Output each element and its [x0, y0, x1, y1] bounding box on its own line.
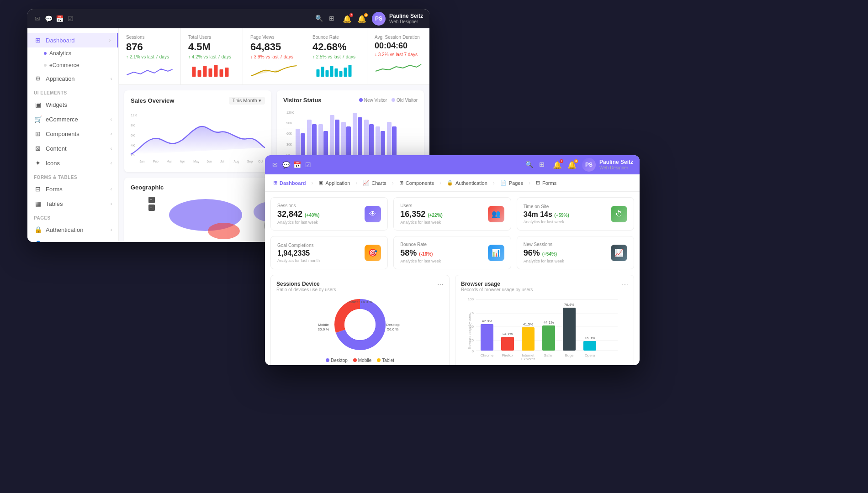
legend-old-visitor: Old Visitor	[392, 98, 418, 103]
notification-bell-1[interactable]: 🔔 7	[343, 15, 352, 23]
search-icon[interactable]: 🔍	[315, 15, 323, 23]
notif-badge-1: 7	[349, 13, 353, 17]
sidebar-item-user-profile[interactable]: 👤 User Profile	[27, 237, 118, 242]
chevron-icon-dashboard: ›	[109, 38, 111, 43]
sidebar-item-tables[interactable]: ▦ Tables ‹	[27, 196, 118, 211]
svg-rect-97	[522, 327, 535, 351]
stat-label-users-2: Users	[400, 203, 443, 208]
nav-pages-label: Pages	[509, 180, 523, 186]
sidebar-item-widgets[interactable]: ▣ Widgets	[27, 97, 118, 112]
chat-icon[interactable]: 💬	[45, 15, 52, 22]
sessions-device-menu[interactable]: ⋯	[437, 281, 444, 288]
calendar-icon[interactable]: 📅	[56, 15, 63, 22]
calendar-icon-2[interactable]: 📅	[293, 161, 301, 168]
user-profile-1[interactable]: PS Pauline Seitz Web Designer	[372, 12, 423, 26]
sidebar-item-application[interactable]: ⚙ Application ‹	[27, 71, 118, 86]
nav-forms-icon: ⊟	[536, 180, 540, 186]
sidebar-sub-ecommerce[interactable]: eCommerce	[27, 59, 118, 71]
browser-usage-title: Browser usage	[461, 281, 533, 287]
svg-rect-39	[318, 124, 323, 156]
stat-bounce-rate: Bounce Rate 42.68% ↑ 2.5% vs last 7 days	[305, 28, 367, 84]
grid-icon-2[interactable]: ⊞	[539, 161, 547, 169]
chevron-icon-tables: ‹	[111, 201, 112, 206]
nav-components-icon: ⊞	[399, 180, 403, 186]
nav-components[interactable]: ⊞ Components	[395, 177, 439, 189]
notification-bell-3[interactable]: 🔔 7	[553, 161, 562, 169]
sidebar-item-components[interactable]: ⊞ Components ‹	[27, 126, 118, 141]
sub-dot-analytics	[44, 52, 47, 55]
nav-dashboard[interactable]: ⊞ Dashboard	[269, 177, 310, 189]
user-profile-2[interactable]: PS Pauline Seitz Web Designer	[582, 158, 633, 172]
stat-change-bounce-2: (-16%)	[419, 252, 433, 257]
chat-icon-2[interactable]: 💬	[282, 161, 290, 168]
stat-change-time: (+59%)	[554, 213, 569, 218]
nav-sep-6: ›	[529, 180, 530, 186]
sidebar-item-ecommerce[interactable]: 🛒 eCommerce ‹	[27, 112, 118, 126]
titlebar-window-controls-2: ✉ 💬 📅 ☑	[271, 161, 312, 168]
browser-usage-header: Browser usage Records of browser usage b…	[461, 281, 628, 292]
svg-text:16.9%: 16.9%	[585, 336, 595, 340]
stat-value-goals: 1,94,2335	[277, 249, 320, 257]
stat-change-new-sessions: (+54%)	[542, 252, 557, 257]
nav-auth-icon: 🔒	[447, 180, 453, 186]
sidebar-label-widgets: Widgets	[46, 101, 67, 108]
stat-card-time: Time on Site 34m 14s (+59%) Analytics fo…	[517, 197, 634, 231]
envelope-icon[interactable]: ✉	[34, 15, 41, 22]
chart-filter-sales[interactable]: This Month ▾	[229, 97, 265, 105]
stat-card-bounce-2: Bounce Rate 58% (-16%) Analytics for las…	[393, 236, 511, 269]
stat-sub-time: Analytics for last week	[524, 220, 569, 224]
nav-pages[interactable]: 📄 Pages	[496, 177, 528, 189]
nav-application[interactable]: ▣ Application	[314, 177, 355, 189]
tasks-icon-2[interactable]: ☑	[304, 161, 312, 168]
nav-authentication[interactable]: 🔒 Authentication	[442, 177, 492, 189]
stat-change-pageviews: ↓ 3.9% vs last 7 days	[250, 54, 297, 59]
notification-bell-2[interactable]: 🔔 3	[357, 15, 366, 23]
nav-sep-4: ›	[439, 180, 441, 186]
stat-info-time: Time on Site 34m 14s (+59%) Analytics fo…	[524, 204, 569, 224]
stat-value-sessions: 876	[126, 41, 173, 53]
svg-text:Chrome: Chrome	[481, 353, 494, 357]
browser-usage-menu[interactable]: ⋯	[622, 281, 628, 288]
svg-text:Firefox: Firefox	[502, 353, 513, 357]
user-name-2: Pauline Seitz	[599, 159, 633, 165]
nav-charts[interactable]: 📈 Charts	[358, 177, 391, 189]
chevron-icon-auth: ‹	[111, 227, 112, 232]
stat-change-bounce: ↑ 2.5% vs last 7 days	[312, 54, 360, 59]
sidebar-item-forms[interactable]: ⊟ Forms ‹	[27, 182, 118, 196]
stat-label-sessions: Sessions	[126, 35, 173, 40]
sidebar-1: ⊞ Dashboard › Analytics eCommerce ⚙ Appl…	[27, 28, 119, 242]
sidebar-item-icons[interactable]: ✦ Icons ‹	[27, 156, 118, 170]
stat-card-goals: Goal Completions 1,94,2335 Analytics for…	[270, 236, 388, 269]
svg-rect-45	[353, 113, 357, 156]
search-icon-2[interactable]: 🔍	[525, 161, 534, 169]
nav-forms[interactable]: ⊟ Forms	[531, 177, 561, 189]
stat-change-users: ↑ 4.2% vs last 7 days	[188, 54, 235, 59]
user-role-1: Web Designer	[389, 19, 423, 25]
sidebar-label-ecommerce: eCommerce	[49, 62, 79, 68]
sidebar-label-forms: Forms	[46, 186, 63, 193]
svg-point-63	[208, 223, 240, 239]
sidebar-item-authentication[interactable]: 🔒 Authentication ‹	[27, 222, 118, 237]
svg-rect-7	[317, 69, 320, 77]
stats-grid-2: Sessions 32,842 (+40%) Analytics for las…	[265, 192, 640, 275]
svg-rect-6	[225, 68, 229, 77]
sidebar-item-content[interactable]: ⊠ Content ‹	[27, 141, 118, 156]
svg-text:Oct: Oct	[258, 160, 263, 163]
sessions-device-sub: Ratio of devices use by users	[276, 287, 336, 292]
sidebar-label-analytics: Analytics	[49, 50, 71, 57]
legend-tablet: Tablet	[377, 358, 394, 363]
svg-text:Feb: Feb	[153, 160, 159, 163]
svg-text:Opera: Opera	[585, 353, 595, 357]
envelope-icon-2[interactable]: ✉	[271, 161, 279, 168]
nav-dashboard-label: Dashboard	[280, 180, 306, 186]
titlebar-right-actions: 🔍 ⊞ 🔔 7 🔔 3 PS Pauline Seitz Web Designe…	[315, 12, 423, 26]
grid-icon[interactable]: ⊞	[329, 15, 337, 23]
sidebar-sub-analytics[interactable]: Analytics	[27, 47, 118, 59]
notification-bell-4[interactable]: 🔔 3	[567, 161, 577, 169]
svg-point-75	[344, 309, 376, 340]
svg-text:Mobile: Mobile	[318, 323, 329, 327]
sidebar-label-components: Components	[46, 131, 79, 137]
tasks-icon[interactable]: ☑	[67, 15, 74, 22]
sidebar-item-dashboard[interactable]: ⊞ Dashboard ›	[27, 33, 118, 47]
svg-text:Edge: Edge	[565, 353, 574, 357]
